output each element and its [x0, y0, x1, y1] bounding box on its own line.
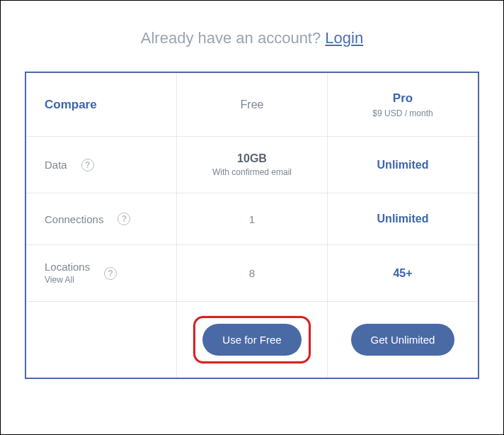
highlight-ring: Use for Free [193, 316, 310, 363]
connections-pro-value: Unlimited [377, 213, 429, 225]
row-data: Data ? 10GB With confirmed email Unlimit… [26, 137, 478, 193]
row-connections-label-cell: Connections ? [26, 193, 177, 244]
row-data-label-cell: Data ? [26, 137, 177, 193]
help-icon[interactable]: ? [118, 213, 130, 225]
view-all-link[interactable]: View All [45, 275, 74, 285]
login-prompt-text: Already have an account? [141, 29, 326, 47]
pro-title: Pro [393, 91, 413, 106]
pricing-table: Compare Free Pro $9 USD / month Data ? 1… [25, 72, 479, 379]
data-free-value: 10GB [237, 152, 267, 165]
header-pro-cell: Pro $9 USD / month [328, 73, 478, 136]
data-label: Data [45, 159, 67, 171]
free-title: Free [241, 98, 264, 111]
locations-free-value: 8 [249, 267, 255, 279]
data-pro-value: Unlimited [377, 159, 429, 171]
row-data-free-cell: 10GB With confirmed email [177, 137, 328, 193]
cta-free-cell: Use for Free [177, 302, 328, 378]
locations-pro-value: 45+ [393, 267, 412, 280]
cta-row: Use for Free Get Unlimited [26, 302, 478, 378]
row-data-pro-cell: Unlimited [328, 137, 478, 193]
login-link[interactable]: Login [325, 29, 363, 47]
help-icon[interactable]: ? [104, 267, 117, 280]
row-connections: Connections ? 1 Unlimited [26, 193, 478, 245]
header-free-cell: Free [177, 73, 328, 136]
cta-pro-cell: Get Unlimited [328, 302, 478, 378]
row-locations-pro-cell: 45+ [328, 245, 478, 301]
row-connections-free-cell: 1 [177, 193, 328, 244]
use-for-free-button[interactable]: Use for Free [202, 324, 301, 356]
row-connections-pro-cell: Unlimited [328, 193, 478, 244]
connections-free-value: 1 [249, 213, 255, 225]
header-row: Compare Free Pro $9 USD / month [26, 73, 478, 137]
connections-label: Connections [45, 213, 103, 225]
locations-label: Locations [45, 261, 90, 273]
cta-empty-cell [26, 302, 177, 378]
data-free-sub: With confirmed email [212, 167, 292, 177]
row-locations-label-cell: Locations View All ? [26, 245, 177, 301]
login-prompt: Already have an account? Login [25, 29, 479, 47]
help-icon[interactable]: ? [81, 159, 94, 171]
pro-price: $9 USD / month [372, 108, 433, 118]
header-compare-cell: Compare [26, 73, 177, 136]
get-unlimited-button[interactable]: Get Unlimited [351, 324, 455, 356]
row-locations-free-cell: 8 [177, 245, 328, 301]
compare-title: Compare [45, 98, 97, 112]
row-locations: Locations View All ? 8 45+ [26, 245, 478, 302]
